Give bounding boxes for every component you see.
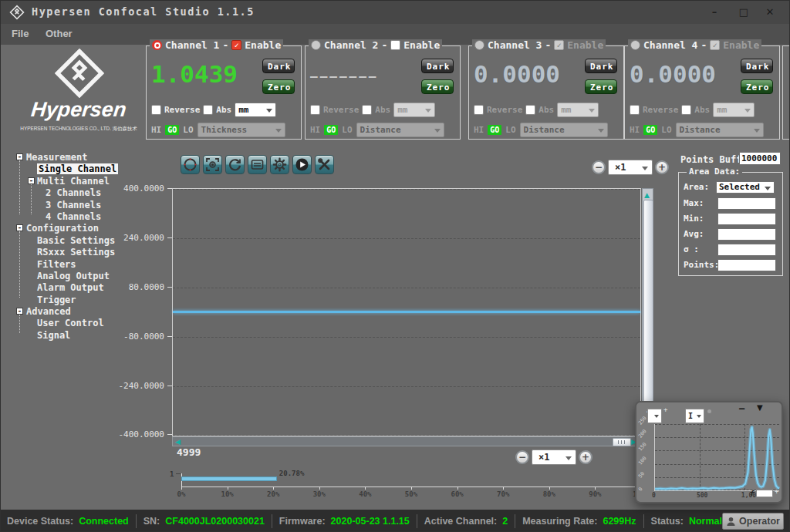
unit-select[interactable]: mm	[713, 103, 755, 117]
tree-item-filters[interactable]: Filters	[7, 259, 123, 271]
tree-expander-icon[interactable]: -	[16, 308, 23, 315]
zoom-out-button[interactable]: −	[592, 160, 606, 174]
channel-radio[interactable]	[311, 40, 321, 50]
reverse-checkbox[interactable]	[310, 105, 320, 115]
refresh-icon[interactable]	[225, 155, 245, 174]
tree-item-user-control[interactable]: User Control	[7, 318, 123, 329]
channel-radio[interactable]	[152, 40, 162, 50]
popup-f-plus-icon[interactable]: +	[775, 487, 778, 495]
dark-button[interactable]: Dark	[421, 59, 454, 73]
tree-item-rsxxx-settings[interactable]: RSxxx Settings	[7, 247, 123, 258]
dark-button[interactable]: Dark	[262, 59, 295, 73]
reverse-checkbox[interactable]	[474, 105, 484, 115]
channel-radio[interactable]	[630, 40, 640, 50]
mode-select[interactable]: Distance	[356, 123, 444, 137]
enable-checkbox[interactable]: ✓	[710, 40, 720, 50]
zoom-in-button[interactable]: +	[655, 160, 669, 174]
dark-button[interactable]: Dark	[741, 59, 773, 73]
dark-button[interactable]: Dark	[585, 59, 617, 73]
popup-minimize-icon[interactable]: —	[739, 403, 744, 414]
tree-item-single-channel[interactable]: Single Channel	[7, 163, 123, 175]
tree-item-advanced[interactable]: -Advanced	[7, 306, 123, 318]
tree-expander-icon[interactable]: -	[16, 224, 23, 231]
settings-gear-icon[interactable]	[270, 155, 289, 174]
menu-other[interactable]: Other	[46, 28, 73, 39]
mode-select[interactable]: Distance	[676, 123, 764, 137]
abs-checkbox[interactable]	[203, 105, 213, 115]
tree-item-analog-output[interactable]: Analog Output	[7, 271, 123, 282]
unit-select[interactable]: mm	[393, 103, 435, 117]
tree-item-configuration[interactable]: -Configuration	[7, 223, 123, 234]
tree-expander-icon[interactable]: -	[16, 153, 23, 160]
tree-item-measurement[interactable]: -Measurement	[7, 152, 123, 163]
record-icon[interactable]	[181, 155, 200, 174]
signal-preview-popup[interactable]: ︿ — ▼ + I 050100150200250 05001,000 f +	[635, 401, 783, 503]
tree-item-4-channels[interactable]: 4 Channels	[7, 211, 123, 223]
zero-button[interactable]: Zero	[741, 79, 773, 94]
abs-checkbox[interactable]	[362, 105, 372, 115]
mode-select[interactable]: Distance	[520, 123, 608, 137]
scroll-left-icon[interactable]: ◀	[175, 438, 181, 446]
tools-icon[interactable]	[315, 155, 334, 174]
popup-plus-icon[interactable]: +	[663, 406, 667, 413]
percent-tick-label: 80%	[543, 490, 555, 498]
tree-item-signal[interactable]: Signal	[7, 330, 123, 342]
popup-mode-select[interactable]: I	[685, 409, 704, 423]
operator-button[interactable]: Operator	[722, 513, 784, 530]
scroll-up-icon[interactable]: ▲	[644, 191, 650, 199]
vertical-scrollbar[interactable]: ▲	[642, 188, 653, 436]
horizontal-scrollbar[interactable]: ◀ ▶	[172, 436, 640, 446]
zero-button[interactable]: Zero	[262, 79, 295, 94]
menu-file[interactable]: File	[12, 28, 29, 39]
close-icon[interactable]: ✕	[758, 4, 782, 21]
gridline	[173, 386, 640, 387]
zoom-out-button[interactable]: −	[515, 450, 529, 464]
unit-select[interactable]: mm	[557, 103, 599, 117]
zoom-factor-select[interactable]: ×1	[532, 450, 576, 465]
channel-options-row: ReverseAbsmm	[474, 103, 599, 117]
y-axis-tick-label: -240.0000	[118, 381, 164, 391]
minimize-icon[interactable]: –	[703, 4, 726, 21]
points-field[interactable]	[717, 259, 776, 271]
main-chart[interactable]	[172, 188, 641, 436]
sigma-field[interactable]	[717, 244, 776, 256]
channel-radio[interactable]	[474, 40, 484, 50]
popup-f-input[interactable]	[756, 490, 773, 497]
avg-field[interactable]	[717, 228, 776, 241]
maximize-icon[interactable]: □	[732, 4, 755, 21]
popup-chevron-down-icon[interactable]: ▼	[757, 403, 763, 412]
reverse-checkbox[interactable]	[151, 105, 161, 115]
tree-expander-icon[interactable]: -	[28, 177, 35, 184]
vertical-scrollbar-thumb[interactable]	[643, 200, 653, 426]
popup-channel-select[interactable]	[647, 409, 662, 423]
enable-checkbox[interactable]	[390, 40, 400, 50]
mode-select[interactable]: Thickness	[198, 123, 285, 137]
reverse-checkbox[interactable]	[630, 105, 640, 115]
tree-item-3-channels[interactable]: 3 Channels	[7, 200, 123, 211]
zoom-factor-select[interactable]: ×1	[608, 160, 653, 175]
channel-status-row: HIGOLODistance	[630, 123, 764, 137]
max-field[interactable]	[717, 197, 776, 210]
tree-item-basic-settings[interactable]: Basic Settings	[7, 235, 123, 247]
zero-button[interactable]: Zero	[421, 79, 454, 94]
horizontal-scrollbar-thumb[interactable]	[613, 438, 631, 446]
display-rows-icon[interactable]	[248, 155, 267, 174]
enable-checkbox[interactable]: ✓	[554, 40, 564, 50]
channel-name: Channel 2	[324, 39, 378, 51]
enable-label: Enable	[245, 39, 281, 51]
run-icon[interactable]	[292, 155, 312, 174]
zero-button[interactable]: Zero	[585, 79, 617, 94]
area-select[interactable]: Selected	[716, 181, 775, 194]
abs-checkbox[interactable]	[525, 105, 535, 115]
abs-checkbox[interactable]	[681, 105, 691, 115]
tree-item-alarm-output[interactable]: Alarm Output	[7, 282, 123, 294]
tree-item-2-channels[interactable]: 2 Channels	[7, 187, 123, 199]
zoom-in-button[interactable]: +	[579, 450, 592, 464]
tree-item-trigger[interactable]: Trigger	[7, 295, 123, 306]
tree-item-multi-channel[interactable]: -Multi Channel	[7, 176, 123, 187]
min-field[interactable]	[717, 213, 776, 225]
points-buffer-input[interactable]: 1000000	[739, 152, 781, 165]
fit-view-icon[interactable]	[203, 155, 222, 174]
unit-select[interactable]: mm	[235, 103, 276, 117]
enable-checkbox[interactable]: ✓	[231, 40, 241, 50]
